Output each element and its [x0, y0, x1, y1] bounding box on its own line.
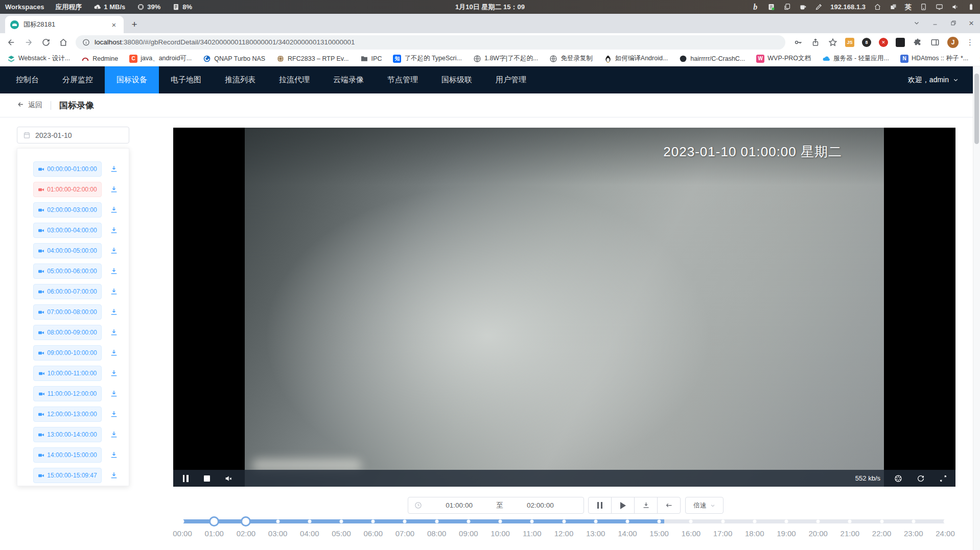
back-nav-icon[interactable] [6, 37, 16, 47]
download-record-button[interactable] [634, 497, 658, 514]
segment-button[interactable]: 09:00:00-10:00:00 [33, 345, 102, 361]
input-method-indicator[interactable]: 英 [905, 3, 912, 12]
ip-address[interactable]: 192.168.1.3 [830, 3, 866, 11]
snapshot-shutter-icon[interactable] [894, 474, 903, 483]
pause-button[interactable] [588, 497, 612, 514]
player-refresh-icon[interactable] [916, 474, 925, 483]
time-range-picker[interactable]: 01:00:00 至 02:00:00 [408, 497, 584, 514]
segment-button[interactable]: 04:00:00-05:00:00 [33, 243, 102, 258]
segment-button[interactable]: 14:00:00-15:00:00 [33, 447, 102, 463]
page-scrollbar[interactable] [973, 66, 980, 550]
timeline-track[interactable] [182, 519, 945, 523]
download-button[interactable] [109, 205, 119, 214]
segment-button[interactable]: 00:00:00-01:00:00 [33, 161, 102, 177]
player-pause-icon[interactable] [181, 474, 190, 483]
nav-item-0[interactable]: 控制台 [4, 66, 51, 93]
home-nav-icon[interactable] [58, 37, 68, 47]
tab-search-chevron-icon[interactable] [914, 19, 920, 28]
seek-back-button[interactable] [657, 497, 681, 514]
segment-button[interactable]: 06:00:00-07:00:00 [33, 284, 102, 299]
download-button[interactable] [109, 307, 119, 317]
coffee-tray-icon[interactable] [799, 3, 807, 11]
nav-item-5[interactable]: 拉流代理 [267, 66, 321, 93]
start-time-value[interactable]: 01:00:00 [422, 501, 496, 509]
bookmark-item[interactable]: QNAP Turbo NAS [203, 55, 265, 63]
home-tray-icon[interactable] [873, 3, 881, 11]
download-button[interactable] [109, 185, 119, 194]
download-button[interactable] [109, 471, 119, 480]
segment-button[interactable]: 01:00:00-02:00:00 [33, 182, 102, 197]
bookmark-item[interactable]: NHDAtmos :: 种子 *... [900, 54, 968, 63]
bookmark-item[interactable]: IPC [360, 55, 382, 63]
download-button[interactable] [109, 164, 119, 174]
bookmark-item[interactable]: 服务器 - 轻量应用... [822, 54, 889, 63]
download-button[interactable] [109, 267, 119, 276]
segment-button[interactable]: 05:00:00-06:00:00 [33, 264, 102, 279]
minimize-button[interactable] [932, 19, 938, 28]
segment-button[interactable]: 08:00:00-09:00:00 [33, 325, 102, 340]
nav-item-9[interactable]: 用户管理 [484, 66, 538, 93]
date-picker-input[interactable]: 2023-01-10 [17, 127, 129, 144]
display-tray-icon[interactable] [935, 3, 943, 11]
nav-item-7[interactable]: 节点管理 [376, 66, 430, 93]
bookmark-item[interactable]: 如何编译Android... [604, 54, 668, 63]
workspaces-button[interactable]: Workspaces [5, 3, 44, 11]
player-stop-icon[interactable] [202, 474, 212, 483]
url-bar[interactable]: localhost:38080/#/gbRecordDetail/3402000… [76, 35, 785, 50]
extensions-puzzle-icon[interactable] [913, 37, 922, 47]
bookmark-item[interactable]: Cjava、android可... [129, 54, 192, 63]
nav-item-2[interactable]: 国标设备 [105, 66, 159, 93]
color-picker-tray-icon[interactable] [814, 3, 823, 11]
segment-button[interactable]: 02:00:00-03:00:00 [33, 202, 102, 218]
extension-dark-icon[interactable] [896, 38, 905, 47]
site-info-icon[interactable] [82, 38, 90, 46]
download-button[interactable] [109, 430, 119, 439]
back-button[interactable]: 返回 [17, 101, 42, 110]
download-button[interactable] [109, 450, 119, 460]
segment-button[interactable]: 13:00:00-14:00:00 [33, 427, 102, 442]
timeline-slider[interactable] [182, 519, 945, 523]
nav-item-1[interactable]: 分屏监控 [51, 66, 105, 93]
end-time-value[interactable]: 02:00:00 [503, 501, 577, 509]
download-button[interactable] [109, 246, 119, 255]
nav-item-6[interactable]: 云端录像 [321, 66, 376, 93]
bookmark-item[interactable]: 知了不起的 TypeScri... [393, 54, 462, 63]
download-button[interactable] [109, 226, 119, 235]
bookmark-item[interactable]: Redmine [81, 55, 118, 63]
bookmark-item[interactable]: WWVP-PRO文档 [756, 54, 811, 63]
download-button[interactable] [109, 389, 119, 398]
fullscreen-icon[interactable] [939, 474, 948, 483]
slider-handle-start[interactable] [209, 516, 219, 527]
nav-item-3[interactable]: 电子地图 [159, 66, 213, 93]
bookmark-item[interactable]: RFC2833 – RTP Ev... [276, 55, 349, 63]
reload-icon[interactable] [41, 37, 51, 47]
share-icon[interactable] [810, 37, 820, 47]
extension-blocker-icon[interactable]: ✕ [879, 38, 888, 47]
segment-button[interactable]: 11:00:00-12:00:00 [33, 386, 102, 401]
playback-speed-dropdown[interactable]: 倍速 [685, 497, 724, 514]
segment-button[interactable]: 15:00:00-15:09:47 [33, 468, 102, 483]
clipboard-tray-icon[interactable] [783, 3, 791, 11]
notes-tray-icon[interactable] [767, 3, 775, 11]
download-button[interactable] [109, 348, 119, 357]
nav-item-8[interactable]: 国标级联 [430, 66, 484, 93]
password-key-icon[interactable] [793, 37, 803, 47]
bookmark-item[interactable]: Webstack - 设计... [7, 54, 70, 63]
scrollbar-thumb[interactable] [974, 74, 979, 144]
play-button[interactable] [611, 497, 635, 514]
extension-ball-icon[interactable]: 8 [862, 38, 871, 47]
download-button[interactable] [109, 369, 119, 378]
forward-nav-icon[interactable] [24, 37, 33, 47]
windows-tray-icon[interactable] [889, 3, 897, 11]
phone-link-tray-icon[interactable] [919, 3, 927, 11]
slider-handle-end[interactable] [241, 516, 251, 527]
player-mute-icon[interactable] [224, 474, 233, 483]
volume-tray-icon[interactable] [951, 3, 959, 11]
side-panel-icon[interactable] [930, 37, 940, 47]
bookmark-item[interactable]: 免登录复制 [549, 54, 593, 63]
nav-item-4[interactable]: 推流列表 [213, 66, 267, 93]
user-menu[interactable]: 欢迎，admin [908, 76, 973, 85]
profile-avatar[interactable]: J [947, 37, 959, 48]
download-button[interactable] [109, 287, 119, 296]
bookmark-item[interactable]: hairrrrr/C-CrashC... [679, 55, 745, 63]
